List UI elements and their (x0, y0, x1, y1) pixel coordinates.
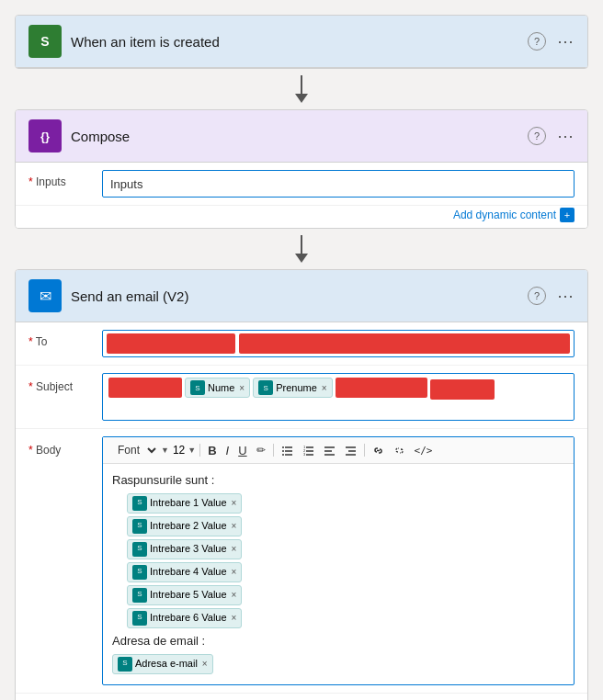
inputs-field-row: * Inputs (16, 163, 587, 206)
email-actions: ? ⋯ (528, 286, 575, 306)
token-row-0: SIntrebare 1 Value× (112, 493, 564, 514)
dynamic-content-link[interactable]: Add dynamic content + (16, 206, 587, 228)
trigger-actions: ? ⋯ (528, 31, 575, 51)
plus-icon: + (560, 208, 575, 222)
token-row-5: SIntrebare 6 Value× (112, 608, 564, 628)
body-token-4: SIntrebare 5 Value× (127, 585, 242, 605)
token-icon-prenume: S (258, 380, 273, 395)
email-card-body: * To * Subject S Nume × (16, 322, 587, 700)
body-token-label-5: Intrebare 6 Value (150, 610, 227, 627)
body-token-close-3[interactable]: × (232, 565, 237, 580)
body-field[interactable]: Font ▼ 12 ▼ B I U ✏ (102, 436, 575, 685)
subject-field-row: * Subject S Nume × S Prenume × (16, 366, 587, 429)
italic-btn[interactable]: I (222, 442, 233, 459)
email-token-line: S Adresa e-mail × (112, 654, 564, 674)
compose-more-icon[interactable]: ⋯ (557, 126, 575, 146)
intro-line: Raspunsurile sunt : (112, 471, 564, 491)
svg-point-4 (282, 450, 284, 452)
token-close-prenume[interactable]: × (322, 383, 327, 393)
trigger-card: S When an item is created ? ⋯ (15, 15, 588, 69)
token-close-nume[interactable]: × (239, 383, 245, 393)
email-token-icon: S (118, 657, 132, 672)
arrow-2 (295, 229, 308, 269)
align-left-btn[interactable] (320, 443, 339, 458)
email-more-icon[interactable]: ⋯ (557, 286, 575, 306)
flow-container: S When an item is created ? ⋯ {} Compose… (15, 15, 588, 700)
intro-text: Raspunsurile sunt : (112, 471, 214, 491)
token-row-2: SIntrebare 3 Value× (112, 539, 564, 559)
body-token-close-4[interactable]: × (232, 588, 237, 603)
body-token-label-2: Intrebare 3 Value (150, 541, 227, 558)
token-row-1: SIntrebare 2 Value× (112, 516, 564, 536)
align-right-btn[interactable] (341, 443, 360, 458)
email-help-icon[interactable]: ? (528, 287, 546, 305)
subject-token-prenume: S Prenume × (253, 378, 332, 398)
token-icon-nume: S (190, 380, 205, 395)
show-advanced[interactable]: Show advanced options ∨ (16, 694, 587, 700)
body-token-close-5[interactable]: × (232, 611, 237, 626)
body-token-1: SIntrebare 2 Value× (127, 516, 242, 536)
subject-red-2 (336, 378, 427, 398)
email-title: Send an email (V2) (71, 288, 518, 304)
svg-point-5 (282, 454, 284, 456)
token-rows: SIntrebare 1 Value×SIntrebare 2 Value×SI… (112, 493, 564, 628)
body-token-icon-4: S (132, 588, 147, 603)
token-label-prenume: Prenume (276, 382, 317, 393)
list-ol-btn[interactable]: 123 (299, 443, 318, 458)
subject-red-3 (430, 379, 495, 400)
body-token-label-1: Intrebare 2 Value (150, 518, 227, 535)
compose-actions: ? ⋯ (528, 126, 575, 146)
subject-red-1 (108, 378, 182, 398)
body-token-3: SIntrebare 4 Value× (127, 562, 242, 582)
rich-content: Raspunsurile sunt : SIntrebare 1 Value×S… (103, 464, 574, 684)
to-field[interactable] (102, 330, 575, 357)
body-field-row: * Body Font ▼ 12 ▼ B I U (16, 429, 587, 694)
inputs-input[interactable] (102, 170, 575, 198)
trigger-help-icon[interactable]: ? (528, 32, 546, 51)
to-field-row: * To (16, 322, 587, 366)
trigger-card-header: S When an item is created ? ⋯ (16, 16, 587, 68)
inputs-label: * Inputs (28, 170, 93, 188)
compose-card-header: {} Compose ? ⋯ (16, 110, 587, 163)
email-token-close[interactable]: × (202, 657, 208, 672)
compose-card-body: * Inputs Add dynamic content + (16, 163, 587, 228)
body-token-label-4: Intrebare 5 Value (150, 587, 227, 604)
code-btn[interactable]: </> (411, 443, 437, 458)
font-select[interactable]: Font (110, 441, 159, 459)
underline-btn[interactable]: U (234, 442, 250, 459)
body-token-close-0[interactable]: × (232, 496, 237, 511)
subject-label: * Subject (28, 373, 93, 393)
body-token-icon-1: S (132, 519, 147, 534)
body-token-icon-0: S (132, 496, 147, 511)
token-row-3: SIntrebare 4 Value× (112, 562, 564, 582)
trigger-more-icon[interactable]: ⋯ (557, 31, 575, 51)
compose-card: {} Compose ? ⋯ * Inputs Add dynamic cont… (15, 109, 588, 229)
body-token-close-1[interactable]: × (232, 519, 237, 534)
compose-icon: {} (28, 119, 62, 152)
svg-text:3: 3 (303, 452, 306, 457)
subject-token-nume: S Nume × (185, 378, 250, 398)
email-label-text: Adresa de email : (112, 632, 205, 651)
email-token: S Adresa e-mail × (112, 654, 213, 674)
body-token-close-2[interactable]: × (232, 542, 237, 557)
subject-field[interactable]: S Nume × S Prenume × (102, 373, 575, 421)
compose-help-icon[interactable]: ? (528, 127, 546, 145)
body-label: * Body (28, 436, 93, 457)
bold-btn[interactable]: B (204, 442, 220, 459)
unlink-btn[interactable] (390, 443, 409, 458)
email-icon: ✉ (28, 279, 62, 312)
arrow-1 (295, 69, 308, 109)
paint-btn[interactable]: ✏ (253, 442, 269, 458)
token-row-4: SIntrebare 5 Value× (112, 585, 564, 605)
body-token-icon-5: S (132, 611, 147, 626)
link-btn[interactable] (369, 443, 388, 458)
body-token-icon-3: S (132, 565, 147, 580)
trigger-icon: S (28, 25, 62, 58)
body-token-0: SIntrebare 1 Value× (127, 493, 242, 514)
to-label: * To (28, 330, 93, 348)
svg-point-3 (282, 446, 284, 448)
list-ul-btn[interactable] (278, 443, 297, 458)
body-token-icon-2: S (132, 542, 147, 557)
font-size-value: 12 (173, 444, 185, 457)
email-card-header: ✉ Send an email (V2) ? ⋯ (16, 270, 587, 322)
